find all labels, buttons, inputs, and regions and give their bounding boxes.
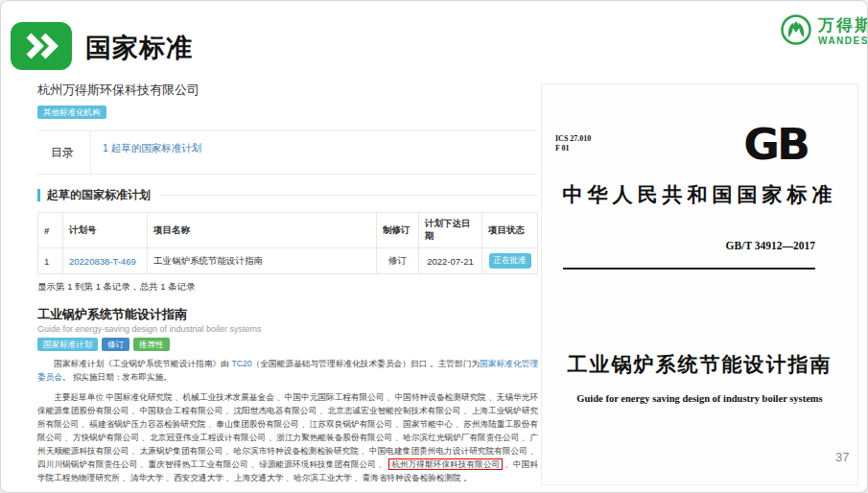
section-header: 起草的国家标准计划: [37, 187, 538, 203]
pagination-summary: 显示第 1 到第 1 条记录，总共 1 条记录: [37, 281, 538, 293]
gb-logo: GB: [743, 120, 808, 169]
plans-table: # 计划号 项目名称 制修订 计划下达日期 项目状态 1 20220838-T-…: [37, 212, 538, 274]
class-code: F 01: [555, 144, 591, 153]
page-number: 37: [835, 450, 849, 464]
para2-units: 中国标准化研究院 、机械工业技术发展基金会 、中国中元国际工程有限公司 、中国特…: [37, 392, 538, 469]
page-title: 国家标准: [85, 31, 193, 65]
para1-text: （全国能源基础与管理标准化技术委员会）归口 。主管部门为: [252, 359, 481, 368]
cell-index: 1: [38, 248, 63, 274]
table-of-contents: 目录 1 起草的国家标准计划: [37, 130, 538, 175]
paragraph-drafting-units: 主要起草单位 中国标准化研究院 、机械工业技术发展基金会 、中国中元国际工程有限…: [37, 391, 538, 484]
para2-lead: 主要起草单位: [54, 392, 106, 402]
toc-label: 目录: [37, 131, 91, 174]
status-badge: 正在批准: [489, 253, 531, 269]
table-header-row: # 计划号 项目名称 制修订 计划下达日期 项目状态: [38, 213, 538, 248]
header-issue-date: 计划下达日期: [419, 213, 482, 248]
ics-codes: ICS 27.010 F 01: [555, 134, 591, 154]
tag-recommended: 推荐性: [133, 338, 170, 351]
header-index: #: [38, 213, 63, 248]
ics-code: ICS 27.010: [555, 134, 591, 144]
header-project-name: 项目名称: [148, 213, 377, 248]
standard-tags: 国家标准计划 修订 推荐性: [37, 338, 538, 351]
cell-issue-date: 2022-07-21: [419, 248, 482, 274]
toc-link-drafted-plans[interactable]: 1 起草的国家标准计划: [103, 142, 201, 153]
slide: 国家标准 万得斯 WANDESS 杭州万得斯环保科技有限公司 其他标准化机构 目…: [0, 0, 868, 493]
company-type-badge: 其他标准化机构: [37, 106, 106, 119]
company-name: 杭州万得斯环保科技有限公司: [37, 82, 538, 99]
para1-text: 。 拟实施日期：发布即实施。: [62, 372, 172, 382]
highlighted-company: 杭州万得斯环保科技有限公司: [388, 458, 503, 470]
table-row: 1 20220838-T-469 工业锅炉系统节能设计指南 修订 2022-07…: [38, 248, 538, 274]
section-title: 起草的国家标准计划: [47, 187, 151, 203]
wandess-plant-icon: [780, 13, 812, 50]
header-plan-no: 计划号: [63, 213, 148, 248]
standard-number: GB/T 34912—2017: [726, 240, 815, 251]
cell-revision: 修订: [377, 248, 419, 274]
brand-logo: 万得斯 WANDESS: [780, 13, 868, 50]
section-accent-bar: [37, 189, 40, 201]
cell-project-name: 工业锅炉系统节能设计指南: [148, 248, 377, 274]
tag-national-plan: 国家标准计划: [37, 338, 98, 351]
para1-text: 国家标准计划《工业锅炉系统节能设计指南》由: [54, 359, 231, 368]
brand-name-en: WANDESS: [818, 36, 868, 46]
cover-divider: [563, 268, 815, 270]
standard-title: 工业锅炉系统节能设计指南: [37, 306, 538, 323]
cover-title-en: Guide for energy saving design of indust…: [542, 393, 857, 404]
double-chevron-icon: [11, 22, 72, 70]
paragraph-plan-info: 国家标准计划《工业锅炉系统节能设计指南》由 TC20（全国能源基础与管理标准化技…: [37, 358, 538, 385]
cover-heading: 中华人民共和国国家标准: [542, 181, 857, 208]
standards-info-panel: 杭州万得斯环保科技有限公司 其他标准化机构 目录 1 起草的国家标准计划 起草的…: [37, 82, 538, 488]
header-status: 项目状态: [482, 213, 538, 248]
header-revision: 制修订: [377, 213, 419, 248]
section-divider: [160, 195, 538, 196]
brand-name-cn: 万得斯: [818, 17, 868, 34]
cover-title: 工业锅炉系统节能设计指南: [542, 351, 857, 378]
plan-number-link[interactable]: 20220838-T-469: [69, 256, 136, 267]
standard-title-en: Guide for energy-saving design of indust…: [37, 324, 538, 334]
standard-cover-image: ICS 27.010 F 01 GB 中华人民共和国国家标准 GB/T 3491…: [541, 83, 858, 485]
tc20-link[interactable]: TC20: [232, 359, 252, 368]
tag-revision: 修订: [102, 338, 129, 351]
